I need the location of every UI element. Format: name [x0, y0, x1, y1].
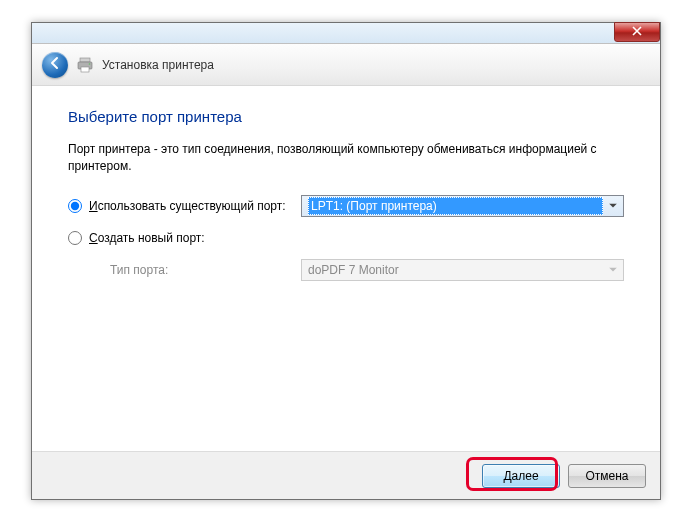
option-new-label[interactable]: Создать новый порт: — [89, 231, 301, 245]
option-existing-label[interactable]: Использовать существующий порт: — [89, 199, 301, 213]
port-type-label: Тип порта: — [110, 263, 301, 277]
existing-port-select[interactable]: LPT1: (Порт принтера) — [301, 195, 624, 217]
dialog-content: Выберите порт принтера Порт принтера - э… — [32, 86, 660, 305]
radio-existing-port[interactable] — [68, 199, 82, 213]
back-button[interactable] — [42, 52, 68, 78]
option-use-existing-port: Использовать существующий порт: LPT1: (П… — [68, 195, 624, 217]
chevron-down-icon — [606, 203, 620, 208]
titlebar — [32, 23, 660, 44]
cancel-button[interactable]: Отмена — [568, 464, 646, 488]
close-icon — [632, 25, 642, 39]
next-button[interactable]: Далее — [482, 464, 560, 488]
dialog-title: Установка принтера — [102, 58, 214, 72]
port-type-value: doPDF 7 Monitor — [308, 263, 603, 277]
content-description: Порт принтера - это тип соединения, позв… — [68, 141, 624, 175]
chevron-down-icon — [606, 267, 620, 272]
printer-icon — [76, 56, 94, 74]
close-button[interactable] — [614, 22, 660, 42]
add-printer-dialog: Установка принтера Выберите порт принтер… — [31, 22, 661, 500]
content-heading: Выберите порт принтера — [68, 108, 624, 125]
arrow-left-icon — [48, 56, 62, 73]
dialog-footer: Далее Отмена — [32, 451, 660, 499]
svg-rect-0 — [80, 58, 90, 62]
port-type-row: Тип порта: doPDF 7 Monitor — [68, 259, 624, 281]
svg-rect-2 — [81, 67, 89, 72]
port-type-select: doPDF 7 Monitor — [301, 259, 624, 281]
existing-port-value: LPT1: (Порт принтера) — [308, 197, 603, 215]
radio-new-port[interactable] — [68, 231, 82, 245]
svg-point-3 — [89, 63, 91, 65]
option-create-new-port: Создать новый порт: — [68, 231, 624, 245]
dialog-header: Установка принтера — [32, 44, 660, 86]
